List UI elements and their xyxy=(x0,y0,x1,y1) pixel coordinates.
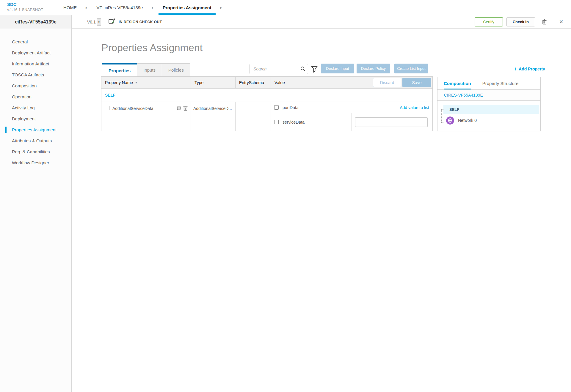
table-actions: Discard Save xyxy=(373,78,431,87)
active-tab-underline xyxy=(444,89,471,89)
close-icon[interactable]: ✕ xyxy=(558,18,564,26)
tree-node-self[interactable]: SELF xyxy=(443,105,539,114)
sidebar-item-properties-assignment[interactable]: Properties Assignment xyxy=(0,124,71,135)
tree-node-network[interactable]: Network 0 xyxy=(443,114,540,127)
add-property-label: Add Property xyxy=(519,67,545,71)
discard-button[interactable]: Discard xyxy=(373,78,401,87)
sidebar-item-composition[interactable]: Composition xyxy=(0,80,71,91)
sdc-app: SDC v.1.16.1-SNAPSHOT HOME ▸ VF: ciRes-V… xyxy=(0,0,571,392)
servicedata-value-input[interactable] xyxy=(355,117,428,127)
self-link[interactable]: SELF xyxy=(105,93,115,97)
breadcrumb-home[interactable]: HOME xyxy=(63,0,77,15)
breadcrumb: HOME ▸ VF: ciRes-VF55a4139e ▸ Properties… xyxy=(63,0,222,15)
entity-name-block: ciRes-VF55a4139e xyxy=(0,15,72,29)
page-title: Properties Assignment xyxy=(101,42,203,53)
breadcrumb-properties-assignment[interactable]: Properties Assignment xyxy=(163,0,211,15)
tree-connector-stub xyxy=(441,109,443,110)
save-button[interactable]: Save xyxy=(402,78,431,87)
servicedata-label-area: serviceData xyxy=(271,113,352,131)
workspace-header: ciRes-VF55a4139e V0.1 ▴ ▾ IN DESIGN CHEC… xyxy=(0,15,571,29)
sidebar-item-attributes-outputs[interactable]: Attributes & Outputs xyxy=(0,135,71,146)
version-spinner[interactable]: ▴ ▾ xyxy=(97,18,101,26)
plus-icon: + xyxy=(514,66,517,72)
tab-composition[interactable]: Composition xyxy=(444,77,471,89)
breadcrumb-label: Properties Assignment xyxy=(163,5,211,10)
search-icon xyxy=(300,66,305,73)
properties-table: Property Name ▾ Type EntrySchema Value D… xyxy=(101,76,433,131)
caret-down-icon: ▾ xyxy=(98,22,100,23)
component-name-row: CIRES-VF55A4139E xyxy=(437,90,540,101)
top-bar: SDC v.1.16.1-SNAPSHOT HOME ▸ VF: ciRes-V… xyxy=(0,0,571,15)
entity-name: ciRes-VF55a4139e xyxy=(15,19,57,25)
value-item-portdata: portData Add value to list xyxy=(271,102,432,113)
sidebar-item-tosca-artifacts[interactable]: TOSCA Artifacts xyxy=(0,69,71,80)
logo-title: SDC xyxy=(7,2,43,7)
entry-schema-cell xyxy=(236,102,271,131)
sidebar-item-operation[interactable]: Operation xyxy=(0,91,71,102)
tree-connector xyxy=(441,109,442,122)
header-label: Value xyxy=(274,80,285,85)
tab-policies[interactable]: Policies xyxy=(162,63,190,76)
lifecycle-status: IN DESIGN CHECK OUT xyxy=(108,15,162,29)
sidebar-item-general[interactable]: General xyxy=(0,36,71,47)
value-item-name: portData xyxy=(283,105,299,110)
check-in-button[interactable]: Check in xyxy=(506,17,535,26)
property-type-cell: AdditionalServiceD... xyxy=(191,102,236,131)
servicedata-checkbox[interactable] xyxy=(274,120,279,124)
value-item-name: serviceData xyxy=(283,120,305,125)
breadcrumb-arrow-icon: ▸ xyxy=(220,6,222,10)
add-value-to-list-link[interactable]: Add value to list xyxy=(400,105,429,110)
declare-policy-button[interactable]: Declare Policy xyxy=(357,64,390,73)
column-header-property-name[interactable]: Property Name ▾ xyxy=(101,77,191,88)
breadcrumb-arrow-icon: ▸ xyxy=(86,6,88,10)
comment-icon[interactable] xyxy=(176,106,181,112)
tab-inputs[interactable]: Inputs xyxy=(137,63,162,76)
sidebar-item-deployment-artifact[interactable]: Deployment Artifact xyxy=(0,47,71,58)
right-panel-tabs: Composition Property Structure xyxy=(437,77,540,90)
tree-connector-stub xyxy=(441,122,443,123)
component-name-link[interactable]: CIRES-VF55A4139E xyxy=(444,93,483,97)
search-input[interactable] xyxy=(250,64,308,74)
portdata-checkbox[interactable] xyxy=(274,105,279,110)
servicedata-input-area xyxy=(352,113,432,131)
delete-property-icon[interactable] xyxy=(183,106,188,112)
logo-version: v.1.16.1-SNAPSHOT xyxy=(7,7,43,12)
breadcrumb-arrow-icon: ▸ xyxy=(152,6,154,10)
version-label: V0.1 xyxy=(87,20,96,24)
composition-panel: Composition Property Structure CIRES-VF5… xyxy=(437,77,541,131)
column-header-entryschema[interactable]: EntrySchema xyxy=(236,77,271,88)
sdc-logo: SDC v.1.16.1-SNAPSHOT xyxy=(7,2,43,12)
sidebar-item-req-capabilities[interactable]: Req. & Capabilities xyxy=(0,146,71,157)
declare-input-button[interactable]: Declare Input xyxy=(321,64,354,73)
header-actions-divider xyxy=(553,18,553,26)
property-checkbox[interactable] xyxy=(105,106,109,110)
delete-icon[interactable] xyxy=(541,18,548,26)
version-selector[interactable]: V0.1 ▴ ▾ xyxy=(87,15,101,29)
column-header-value: Value Discard Save xyxy=(271,77,432,88)
sidebar-item-label: Properties Assignment xyxy=(12,127,57,132)
status-label: IN DESIGN CHECK OUT xyxy=(119,20,162,24)
tree-node-label: Network 0 xyxy=(458,118,477,123)
property-name[interactable]: AdditionalServiceData xyxy=(112,106,173,111)
active-item-indicator xyxy=(5,127,7,133)
add-property-button[interactable]: + Add Property xyxy=(514,66,545,72)
create-list-input-button[interactable]: Create List Input xyxy=(394,64,428,73)
sidebar-item-information-artifact[interactable]: Information Artifact xyxy=(0,58,71,69)
tab-property-structure[interactable]: Property Structure xyxy=(482,77,519,89)
tab-properties[interactable]: Properties xyxy=(102,63,137,76)
property-name-cell: AdditionalServiceData xyxy=(101,102,191,131)
tab-label: Composition xyxy=(444,81,471,86)
column-header-type[interactable]: Type xyxy=(191,77,236,88)
certify-button[interactable]: Certify xyxy=(475,17,503,26)
sidebar-item-workflow-designer[interactable]: Workflow Designer xyxy=(0,157,71,168)
sidebar-item-activity-log[interactable]: Activity Log xyxy=(0,102,71,113)
search-box xyxy=(250,64,308,74)
network-icon xyxy=(446,117,454,125)
composition-tree: SELF Network 0 xyxy=(437,101,540,127)
design-checkout-icon xyxy=(108,18,116,26)
value-cell: portData Add value to list serviceData xyxy=(271,102,432,131)
breadcrumb-vf[interactable]: VF: ciRes-VF55a4139e xyxy=(97,0,143,15)
sidebar-item-deployment[interactable]: Deployment xyxy=(0,113,71,124)
filter-icon[interactable] xyxy=(311,66,318,74)
table-row: AdditionalServiceData xyxy=(101,102,432,131)
